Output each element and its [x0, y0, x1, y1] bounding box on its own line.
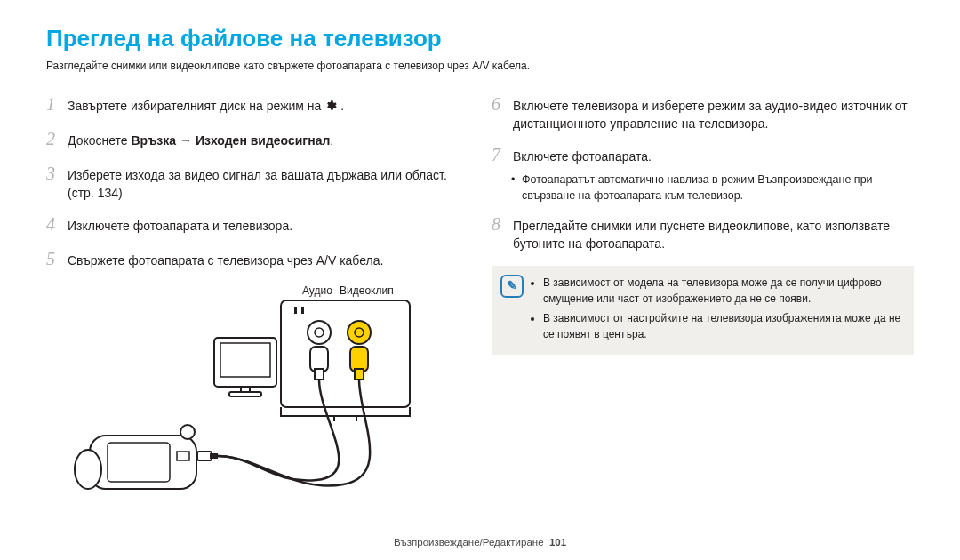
svg-point-16: [75, 450, 101, 489]
svg-rect-19: [197, 452, 212, 460]
step-number: 3: [46, 161, 68, 187]
video-label: Видеоклип: [340, 284, 394, 297]
step-5: 5 Свържете фотоапарата с телевизора чрез…: [46, 246, 468, 272]
step-body: Изберете изхода за видео сигнал за вашат…: [68, 166, 468, 203]
diagram-svg: [68, 284, 432, 507]
note-box: ✎ В зависимост от модела на телевизора м…: [492, 266, 914, 355]
right-column: 6 Включете телевизора и изберете режим з…: [492, 92, 914, 507]
step-7-bullet: Фотоапаратът автоматично навлиза в режим…: [513, 172, 914, 205]
note-bullet-1: В зависимост от модела на телевизора мож…: [543, 275, 901, 307]
left-column: 1 Завъртете избирателният диск на режим …: [46, 92, 468, 507]
svg-rect-2: [301, 307, 304, 314]
step-number: 4: [46, 212, 68, 237]
step-3: 3 Изберете изхода за видео сигнал за ваш…: [46, 161, 468, 203]
step-6: 6 Включете телевизора и изберете режим з…: [492, 92, 914, 133]
step-text: Завъртете избирателният диск на режим на: [68, 99, 324, 113]
svg-rect-18: [177, 452, 189, 460]
step-body: Включете телевизора и изберете режим за …: [513, 97, 914, 133]
step-body: Прегледайте снимки или пуснете видеоклип…: [513, 217, 914, 253]
step-number: 5: [46, 246, 68, 272]
svg-rect-9: [350, 347, 368, 372]
step-body: Докоснете Връзка → Изходен видеосигнал.: [68, 132, 468, 149]
step-1: 1 Завъртете избирателният диск на режим …: [46, 92, 468, 117]
step-7: 7 Включете фотоапарата.: [492, 142, 914, 168]
svg-rect-7: [310, 347, 328, 372]
step-2: 2 Докоснете Връзка → Изходен видеосигнал…: [46, 126, 468, 152]
page: Преглед на файлове на телевизор Разгледа…: [0, 0, 960, 560]
footer-section: Възпроизвеждане/Редактиране: [394, 537, 544, 548]
page-subtitle: Разгледайте снимки или видеоклипове като…: [46, 60, 914, 72]
svg-rect-10: [355, 369, 364, 380]
step-4: 4 Изключете фотоапарата и телевизора.: [46, 212, 468, 237]
step-text: .: [330, 133, 333, 148]
svg-rect-8: [315, 369, 324, 380]
step-body: Включете фотоапарата.: [513, 148, 914, 165]
step-text: .: [340, 99, 344, 113]
step-text: Докоснете: [68, 133, 131, 148]
step-body: Свържете фотоапарата с телевизора чрез A…: [68, 252, 468, 269]
svg-rect-1: [294, 307, 297, 314]
step-bold-text: Връзка → Изходен видеосигнал: [131, 133, 330, 148]
svg-rect-13: [229, 392, 261, 396]
step-body: Завъртете избирателният диск на режим на…: [68, 97, 468, 115]
svg-point-17: [180, 425, 195, 439]
gear-icon: [324, 100, 337, 112]
step-number: 7: [492, 142, 513, 168]
step-number: 8: [492, 212, 513, 237]
connection-diagram: Аудио Видеоклип: [68, 284, 432, 507]
step-number: 1: [46, 92, 68, 117]
svg-rect-15: [108, 443, 170, 482]
columns: 1 Завъртете избирателният диск на режим …: [46, 92, 914, 507]
svg-point-4: [315, 328, 324, 337]
note-bullet-2: В зависимост от настройките на телевизор…: [543, 310, 901, 342]
svg-rect-12: [220, 343, 270, 377]
svg-point-6: [355, 328, 364, 337]
step-body: Изключете фотоапарата и телевизора.: [68, 217, 468, 235]
audio-label: Аудио: [302, 284, 332, 297]
step-number: 2: [46, 126, 68, 152]
step-8: 8 Прегледайте снимки или пуснете видеокл…: [492, 212, 914, 253]
page-title: Преглед на файлове на телевизор: [46, 25, 914, 52]
svg-rect-20: [210, 453, 218, 459]
note-icon: ✎: [500, 275, 524, 298]
page-footer: Възпроизвеждане/Редактиране 101: [0, 537, 960, 548]
footer-page-number: 101: [549, 537, 566, 548]
svg-rect-0: [281, 300, 410, 407]
step-number: 6: [492, 92, 513, 117]
